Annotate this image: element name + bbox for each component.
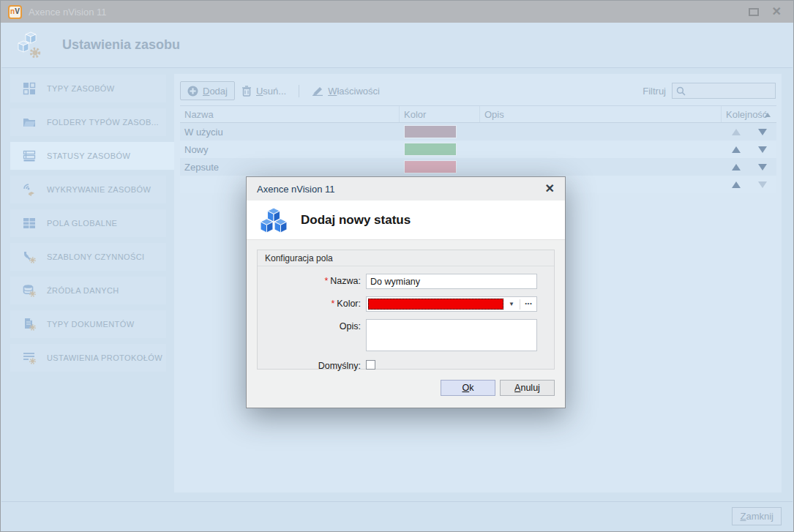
move-down-button[interactable]	[758, 181, 767, 188]
move-up-button[interactable]	[732, 129, 741, 135]
sidebar-item-ustawienia-protokołów[interactable]: USTAWIENIA PROTOKOŁÓW	[10, 344, 166, 372]
move-down-button[interactable]	[758, 129, 767, 135]
dialog-title: Axence nVision 11	[257, 184, 334, 195]
name-label: *Nazwa:	[258, 274, 366, 286]
default-checkbox[interactable]	[366, 360, 375, 370]
pencil-icon	[312, 86, 323, 96]
sort-asc-icon	[765, 113, 771, 117]
sidebar-item-label: FOLDERY TYPÓW ZASOB...	[47, 118, 159, 127]
column-header-kolor[interactable]: Kolor	[400, 106, 480, 122]
color-dropdown[interactable]: ▼ ...	[366, 296, 537, 312]
table-row[interactable]: Zepsute	[180, 158, 776, 176]
desc-label: Opis:	[258, 319, 366, 331]
cubes-icon	[260, 207, 288, 233]
sidebar-item-label: TYPY DOKUMENTÓW	[47, 320, 134, 329]
desc-field[interactable]	[366, 319, 537, 351]
sidebar-item-label: WYKRYWANIE ZASOBÓW	[47, 185, 151, 194]
chevron-down-icon[interactable]: ▼	[503, 301, 520, 307]
dialog-close-icon[interactable]: ✕	[545, 183, 555, 195]
filter-input-box[interactable]	[672, 83, 776, 99]
sidebar: TYPY ZASOBÓW FOLDERY TYPÓW ZASOB... STAT…	[1, 68, 174, 501]
sidebar-item-label: TYPY ZASOBÓW	[47, 84, 115, 93]
properties-button[interactable]: Właściwości	[305, 81, 386, 100]
folder-icon	[23, 116, 36, 129]
row-desc	[480, 141, 722, 158]
add-button-label: Dodaj	[203, 86, 228, 97]
color-swatch	[404, 160, 457, 173]
grid-icon	[23, 82, 36, 95]
required-marker: *	[324, 276, 328, 286]
wrench-icon	[23, 250, 36, 263]
move-down-button[interactable]	[758, 146, 767, 153]
move-up-button[interactable]	[732, 181, 741, 188]
cancel-button[interactable]: Anuluj	[500, 380, 555, 396]
rows-icon	[23, 149, 36, 162]
ellipsis-icon[interactable]: ...	[520, 299, 536, 309]
color-swatch	[404, 125, 457, 138]
group-title: Konfiguracja pola	[258, 250, 554, 266]
dialog-titlebar: Axence nVision 11 ✕	[247, 177, 565, 201]
column-header-kolejnosc[interactable]: Kolejność	[722, 106, 776, 122]
required-marker: *	[331, 299, 334, 309]
toolbar-separator	[299, 85, 299, 97]
resource-settings-icon	[15, 31, 45, 60]
move-up-button[interactable]	[732, 146, 741, 153]
table-row[interactable]: Nowy	[180, 141, 776, 158]
dialog-heading: Dodaj nowy status	[301, 213, 411, 228]
window-title: Axence nVision 11	[29, 7, 106, 18]
table-header: Nazwa Kolor Opis Kolejność	[180, 105, 776, 123]
default-label: Domyślny:	[258, 359, 366, 371]
row-name: Zepsute	[180, 158, 400, 176]
sidebar-item-szablony-czynności[interactable]: SZABLONY CZYNNOŚCI	[10, 243, 166, 271]
database-icon	[23, 284, 36, 297]
search-icon	[676, 86, 686, 96]
close-window-button[interactable]: Zamknij	[732, 507, 782, 525]
titlebar: nV Axence nVision 11 ✕	[1, 1, 793, 23]
move-down-button[interactable]	[758, 164, 767, 171]
app-logo-icon: nV	[8, 5, 22, 19]
sidebar-item-źródła-danych[interactable]: ŹRÓDŁA DANYCH	[10, 277, 166, 304]
delete-button-label: Usuń...	[256, 86, 286, 97]
dialog-header: Dodaj nowy status	[247, 201, 565, 240]
color-label: *Kolor:	[258, 296, 366, 309]
ok-button[interactable]: Ok	[441, 380, 495, 396]
dialog-body: Konfiguracja pola *Nazwa: *Kolor: ▼ ... …	[247, 240, 565, 396]
column-header-nazwa[interactable]: Nazwa	[180, 106, 400, 122]
row-desc	[480, 158, 722, 176]
close-icon[interactable]: ✕	[772, 6, 782, 18]
row-name: Nowy	[180, 141, 400, 158]
row-name: W użyciu	[180, 123, 400, 141]
filter-label: Filtruj	[643, 86, 666, 97]
page-header: Ustawienia zasobu	[1, 23, 793, 68]
table-icon	[23, 217, 36, 230]
sidebar-item-label: USTAWIENIA PROTOKOŁÓW	[47, 353, 162, 362]
properties-button-label: Właściwości	[328, 86, 380, 97]
trash-icon	[241, 86, 252, 97]
sidebar-item-typy-dokumentów[interactable]: TYPY DOKUMENTÓW	[10, 310, 166, 338]
maximize-icon[interactable]	[749, 8, 759, 16]
sidebar-item-pola-globalne[interactable]: POLA GLOBALNE	[10, 209, 166, 237]
sidebar-item-wykrywanie-zasobów[interactable]: WYKRYWANIE ZASOBÓW	[10, 176, 166, 203]
row-desc	[480, 123, 722, 141]
filter-input[interactable]	[689, 86, 769, 96]
footer: Zamknij	[1, 501, 793, 531]
column-header-opis[interactable]: Opis	[480, 106, 722, 122]
name-field[interactable]	[366, 274, 537, 289]
toolbar: Dodaj Usuń... Właściwości Filtruj	[174, 74, 782, 102]
delete-button[interactable]: Usuń...	[235, 81, 293, 100]
move-up-button[interactable]	[732, 164, 741, 171]
add-button[interactable]: Dodaj	[180, 81, 235, 100]
document-icon	[23, 318, 36, 331]
table-row[interactable]: W użyciu	[180, 123, 776, 141]
page-title: Ustawienia zasobu	[62, 37, 180, 53]
protocol-icon	[23, 351, 36, 364]
sidebar-item-typy-zasobów[interactable]: TYPY ZASOBÓW	[10, 75, 166, 102]
sidebar-item-statusy-zasobów[interactable]: STATUSY ZASOBÓW	[10, 142, 174, 170]
sidebar-item-label: STATUSY ZASOBÓW	[47, 151, 130, 160]
radar-icon	[23, 183, 36, 196]
field-config-group: Konfiguracja pola *Nazwa: *Kolor: ▼ ... …	[257, 250, 555, 370]
sidebar-item-foldery-typów-zasob[interactable]: FOLDERY TYPÓW ZASOB...	[10, 108, 166, 136]
plus-circle-icon	[187, 86, 198, 97]
sidebar-item-label: ŹRÓDŁA DANYCH	[47, 286, 119, 295]
sidebar-item-label: POLA GLOBALNE	[47, 219, 117, 228]
